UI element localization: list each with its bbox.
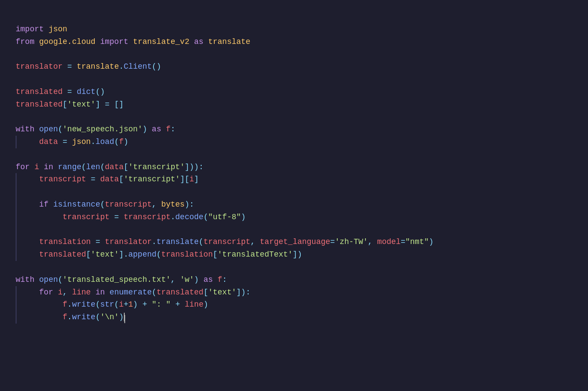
token-punct: ]. xyxy=(119,250,129,259)
token-punct: ( xyxy=(156,250,161,259)
token-punct: ) xyxy=(194,275,199,284)
code-line-3 xyxy=(16,48,572,60)
token-op: + xyxy=(123,300,128,309)
token-op: = xyxy=(67,62,72,71)
token-fn: write xyxy=(72,300,96,309)
code-line-7: translated['text'] = [] xyxy=(16,98,572,111)
token-punct: ( xyxy=(58,275,63,284)
token-var: transcript xyxy=(203,237,250,246)
code-line-20 xyxy=(16,261,572,274)
token-plain xyxy=(147,300,152,309)
token-plain xyxy=(30,163,34,171)
code-line-5 xyxy=(16,73,572,86)
token-builtin: dict xyxy=(76,87,95,96)
token-punct: ( xyxy=(152,288,156,297)
indent-bar: if isinstance(transcript, bytes): xyxy=(16,198,194,211)
token-kw: if xyxy=(39,200,49,209)
code-line-21: with open('translated_speech.txt', 'w') … xyxy=(16,274,572,286)
token-op: + xyxy=(143,300,147,309)
token-punct: ( xyxy=(100,200,105,209)
token-mod: translate xyxy=(208,37,250,46)
token-str: "utf-8" xyxy=(208,213,241,221)
token-plain xyxy=(110,213,114,221)
token-op: = xyxy=(401,237,405,246)
token-str: 'zh-TW' xyxy=(335,237,368,246)
token-punct: [ xyxy=(124,163,129,171)
token-var: i xyxy=(189,175,194,184)
code-line-4: translator = translate.Client() xyxy=(16,60,572,73)
token-key: 'text' xyxy=(208,288,236,297)
token-punct: ): xyxy=(185,200,194,209)
token-punct: [ xyxy=(213,250,218,259)
token-punct: . xyxy=(67,313,72,321)
token-var: f xyxy=(166,125,171,134)
token-punct: ]): xyxy=(236,288,250,297)
token-var: translated xyxy=(16,87,63,96)
token-plain xyxy=(49,200,53,209)
indent-bar: translation = translator.translate(trans… xyxy=(16,236,434,248)
token-plain xyxy=(63,62,67,71)
token-var: i xyxy=(58,288,63,297)
token-punct: , xyxy=(171,275,180,284)
token-str: 'w' xyxy=(180,275,194,284)
token-var: data xyxy=(105,163,123,171)
code-line-23: f.write(str(i+1) + ": " + line) xyxy=(16,298,572,311)
token-punct: : xyxy=(222,275,227,284)
token-key: 'translatedText' xyxy=(218,250,293,259)
token-kw: for xyxy=(16,163,30,171)
code-line-18: translation = translator.translate(trans… xyxy=(16,236,572,248)
token-plain xyxy=(86,175,91,184)
indent-bar: for i, line in enumerate(translated['tex… xyxy=(16,286,250,299)
token-punct: ( xyxy=(203,213,208,221)
token-plain xyxy=(58,137,63,146)
token-key: 'transcript' xyxy=(124,175,180,184)
token-punct: [ xyxy=(119,175,124,184)
indent-bar: translated['text'].append(translation['t… xyxy=(16,248,302,261)
token-punct: . xyxy=(119,62,124,71)
token-builtin: open xyxy=(39,275,58,284)
token-plain xyxy=(34,275,39,284)
token-plain xyxy=(100,237,105,246)
token-plain xyxy=(161,125,166,134)
token-var: translated xyxy=(16,100,63,109)
code-line-13: transcript = data['transcript'][i] xyxy=(16,173,572,186)
token-op: = xyxy=(67,87,72,96)
indent-bar xyxy=(16,224,39,236)
token-fn: decode xyxy=(175,213,203,221)
token-var: f xyxy=(63,313,67,321)
token-var: f xyxy=(119,137,124,146)
token-punct: ) xyxy=(241,213,246,221)
token-plain xyxy=(147,125,152,134)
token-mod: json xyxy=(49,25,67,33)
token-num: 1 xyxy=(128,300,133,309)
token-punct: : xyxy=(199,163,203,171)
token-punct: [] xyxy=(114,100,124,109)
token-punct: . xyxy=(152,237,156,246)
token-punct: ) xyxy=(133,300,138,309)
code-line-1: import json xyxy=(16,23,572,36)
token-var: transcript xyxy=(63,213,110,221)
token-punct: [ xyxy=(203,288,208,297)
token-punct: ) xyxy=(119,313,124,321)
token-kw: in xyxy=(44,163,53,171)
token-punct: , xyxy=(250,237,260,246)
token-punct: ) xyxy=(429,237,434,246)
token-kw: in xyxy=(96,288,105,297)
token-punct: . xyxy=(67,300,72,309)
token-plain xyxy=(180,300,185,309)
token-str: "nmt" xyxy=(405,237,429,246)
token-key: 'text' xyxy=(91,250,119,259)
token-punct: [ xyxy=(63,100,67,109)
token-kw: as xyxy=(152,125,161,134)
token-punct: ) xyxy=(143,125,147,134)
token-var: translated xyxy=(156,288,203,297)
token-var: data xyxy=(100,175,119,184)
token-str: ": " xyxy=(152,300,170,309)
token-builtin: range xyxy=(58,163,81,171)
token-plain xyxy=(53,163,58,171)
token-mod: translate_v2 xyxy=(133,37,189,46)
token-builtin: isinstance xyxy=(53,200,100,209)
token-plain xyxy=(39,163,44,171)
token-key: 'text' xyxy=(67,100,96,109)
token-plain xyxy=(53,288,58,297)
